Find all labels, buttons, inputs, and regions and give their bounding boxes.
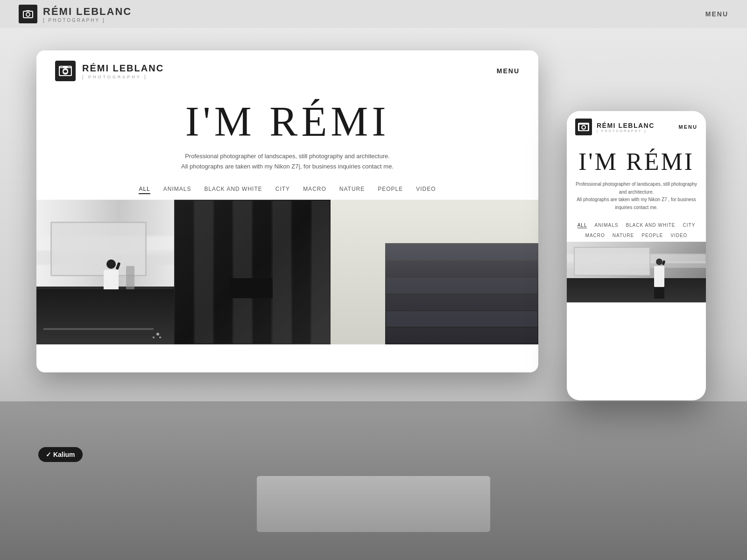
- desktop-nav-city[interactable]: CITY: [275, 186, 290, 194]
- mobile-hero: I'M RÉMI Professional photographer of la…: [567, 141, 706, 215]
- bg-camera-icon: [19, 5, 37, 23]
- mobile-nav-macro[interactable]: MACRO: [585, 233, 605, 238]
- bg-menu: MENU: [705, 10, 728, 18]
- svg-rect-2: [26, 10, 30, 12]
- mobile-card: RÉMI LEBLANC [ PHOTOGRAPHY ] MENU I'M RÉ…: [567, 111, 706, 400]
- bg-keyboard: [257, 476, 490, 532]
- svg-rect-5: [63, 66, 68, 68]
- desktop-header: RÉMI LEBLANC [ PHOTOGRAPHY ] MENU: [36, 50, 538, 91]
- svg-point-1: [26, 13, 30, 16]
- mobile-nav-people[interactable]: PEOPLE: [641, 233, 663, 238]
- mobile-photo-preview: [567, 242, 706, 302]
- mobile-nav-bw[interactable]: BLACK AND WHITE: [626, 223, 675, 228]
- svg-point-7: [582, 126, 585, 129]
- mobile-brand-sub: [ PHOTOGRAPHY ]: [597, 129, 655, 133]
- mobile-nav-nature[interactable]: NATURE: [613, 233, 634, 238]
- kalium-badge: ✓ Kalium: [38, 447, 83, 462]
- svg-rect-8: [582, 123, 585, 125]
- desktop-nav-bw[interactable]: BLACK AND WHITE: [204, 186, 262, 194]
- desktop-hero-subtitle: Professional photographer of landscapes,…: [55, 151, 520, 172]
- desktop-hero-title: I'M RÉMI: [55, 101, 520, 143]
- desktop-logo-area: RÉMI LEBLANC [ PHOTOGRAPHY ]: [55, 61, 164, 81]
- mobile-nav-city[interactable]: CITY: [683, 223, 696, 228]
- mobile-header: RÉMI LEBLANC [ PHOTOGRAPHY ] MENU: [567, 111, 706, 141]
- desktop-nav-filter: ALL ANIMALS BLACK AND WHITE CITY MACRO N…: [36, 176, 538, 199]
- desktop-photo-right: [174, 200, 538, 344]
- bg-brand-name: RÉMI LEBLANC: [43, 6, 132, 18]
- svg-rect-3: [59, 68, 71, 76]
- desktop-brand-sub: [ PHOTOGRAPHY ]: [82, 75, 164, 79]
- bg-bar: RÉMI LEBLANC [ PHOTOGRAPHY ] MENU: [0, 0, 747, 28]
- desktop-brand-text: RÉMI LEBLANC [ PHOTOGRAPHY ]: [82, 63, 164, 79]
- desktop-hero: I'M RÉMI Professional photographer of la…: [36, 91, 538, 176]
- desktop-nav-people[interactable]: PEOPLE: [378, 186, 403, 194]
- mobile-hero-subtitle: Professional photographer of landscapes,…: [575, 181, 698, 211]
- desktop-card: RÉMI LEBLANC [ PHOTOGRAPHY ] MENU I'M RÉ…: [36, 50, 538, 372]
- desktop-photo-city: [174, 200, 538, 344]
- mobile-nav-filter: ALL ANIMALS BLACK AND WHITE CITY MACRO N…: [567, 215, 706, 242]
- desktop-brand-name: RÉMI LEBLANC: [82, 63, 164, 74]
- mobile-nav-all[interactable]: ALL: [578, 223, 587, 228]
- mobile-nav-animals[interactable]: ANIMALS: [594, 223, 618, 228]
- desktop-photos-grid: [36, 200, 538, 344]
- svg-rect-6: [579, 124, 588, 131]
- svg-point-4: [63, 70, 68, 74]
- desktop-nav-video[interactable]: VIDEO: [416, 186, 436, 194]
- desktop-nav-all[interactable]: ALL: [139, 186, 150, 194]
- mobile-brand-name: RÉMI LEBLANC: [597, 122, 655, 129]
- mobile-brand-text: RÉMI LEBLANC [ PHOTOGRAPHY ]: [597, 122, 655, 133]
- desktop-nav-macro[interactable]: MACRO: [303, 186, 326, 194]
- desktop-menu-button[interactable]: MENU: [497, 67, 520, 75]
- desktop-camera-icon: [55, 61, 76, 81]
- desktop-nav-animals[interactable]: ANIMALS: [163, 186, 191, 194]
- mobile-person-silhouette: [654, 259, 664, 299]
- desktop-nav-nature[interactable]: NATURE: [339, 186, 365, 194]
- mobile-hero-title: I'M RÉMI: [575, 148, 698, 175]
- bg-brand-sub: [ PHOTOGRAPHY ]: [43, 18, 132, 23]
- desktop-photo-left: [36, 200, 174, 344]
- bg-logo-area: RÉMI LEBLANC [ PHOTOGRAPHY ]: [19, 5, 132, 23]
- mobile-nav-video[interactable]: VIDEO: [670, 233, 687, 238]
- mobile-camera-icon: [575, 119, 592, 135]
- mobile-logo-area: RÉMI LEBLANC [ PHOTOGRAPHY ]: [575, 119, 655, 135]
- mobile-menu-button[interactable]: MENU: [679, 124, 698, 130]
- desktop-photo-bw: [36, 200, 174, 344]
